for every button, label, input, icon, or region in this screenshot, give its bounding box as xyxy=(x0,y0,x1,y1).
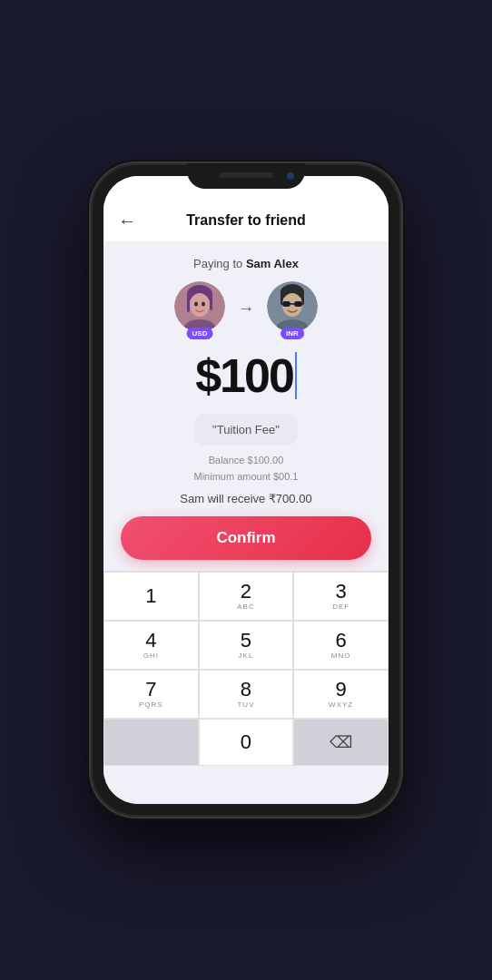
main-content: Paying to Sam Alex xyxy=(103,242,389,804)
page-title: Transfer to friend xyxy=(122,212,370,229)
key-8[interactable]: 8 TUV xyxy=(199,670,294,719)
avatars-row: USD → xyxy=(174,281,318,336)
minimum-label: Minimum amount $00.1 xyxy=(194,469,299,485)
svg-rect-13 xyxy=(282,301,290,307)
keypad: 1 2 ABC 3 DEF 4 GHI 5 JKL xyxy=(103,572,389,719)
key-2[interactable]: 2 ABC xyxy=(199,572,294,621)
key-9[interactable]: 9 WXYZ xyxy=(293,670,389,719)
receive-info: Sam will receive ₹700.00 xyxy=(180,492,311,505)
key-3[interactable]: 3 DEF xyxy=(293,572,389,621)
confirm-button[interactable]: Confirm xyxy=(121,516,371,560)
key-0[interactable]: 0 xyxy=(199,719,294,766)
svg-rect-2 xyxy=(187,294,190,312)
svg-point-5 xyxy=(194,302,198,307)
phone-frame: ← Transfer to friend Paying to Sam Alex xyxy=(91,163,401,817)
receiver-avatar xyxy=(267,281,318,332)
svg-rect-14 xyxy=(294,301,302,307)
back-button[interactable]: ← xyxy=(118,211,136,231)
note-field[interactable]: "Tuition Fee" xyxy=(194,414,298,446)
balance-label: Balance $100.00 xyxy=(194,453,299,469)
amount-value: $100 xyxy=(195,348,293,403)
svg-point-4 xyxy=(190,293,210,317)
cursor-line xyxy=(295,352,297,399)
key-7[interactable]: 7 PQRS xyxy=(103,670,199,719)
svg-rect-3 xyxy=(210,294,212,310)
transfer-arrow-icon: → xyxy=(238,299,254,318)
key-1[interactable]: 1 xyxy=(103,572,199,621)
amount-display: $100 xyxy=(195,348,297,403)
svg-point-6 xyxy=(202,302,205,307)
sender-avatar-wrap: USD xyxy=(174,281,225,336)
receiver-avatar-wrap: INR xyxy=(267,281,318,336)
recipient-name: Sam Alex xyxy=(246,257,299,270)
sender-avatar xyxy=(174,281,225,332)
key-4[interactable]: 4 GHI xyxy=(103,621,199,670)
screen: ← Transfer to friend Paying to Sam Alex xyxy=(103,176,389,804)
paying-to-label: Paying to Sam Alex xyxy=(193,257,299,270)
receiver-currency-badge: INR xyxy=(280,328,304,339)
key-backspace[interactable]: ⌫ xyxy=(293,719,389,766)
backspace-icon: ⌫ xyxy=(330,732,352,752)
keypad-bottom-row: 0 ⌫ xyxy=(103,719,389,766)
key-empty xyxy=(103,719,199,766)
camera-dot xyxy=(287,172,294,180)
key-6[interactable]: 6 MNO xyxy=(293,621,389,670)
balance-info: Balance $100.00 Minimum amount $00.1 xyxy=(194,453,299,485)
sender-currency-badge: USD xyxy=(187,328,213,339)
header: ← Transfer to friend xyxy=(103,176,389,242)
key-5[interactable]: 5 JKL xyxy=(199,621,294,670)
